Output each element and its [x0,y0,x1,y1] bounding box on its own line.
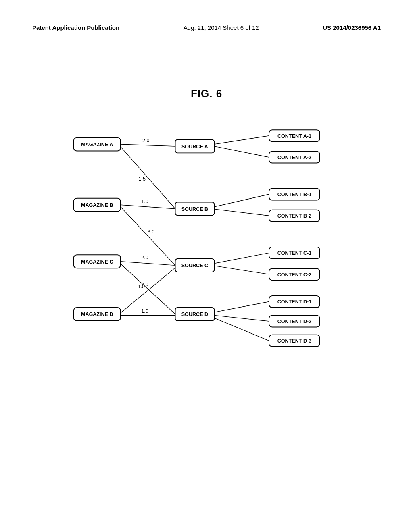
svg-text:CONTENT D-3: CONTENT D-3 [277,338,312,344]
fig-title: FIG. 6 [32,87,381,100]
svg-text:CONTENT B-1: CONTENT B-1 [277,192,312,197]
svg-text:MAGAZINE D: MAGAZINE D [81,312,113,317]
header: Patent Application Publication Aug. 21, … [32,24,381,31]
svg-text:1.0: 1.0 [138,284,145,289]
svg-line-42 [121,262,175,266]
header-center: Aug. 21, 2014 Sheet 6 of 12 [184,24,259,31]
svg-text:2.0: 2.0 [141,255,148,260]
svg-line-38 [121,205,175,209]
svg-text:MAGAZINE A: MAGAZINE A [81,142,113,148]
svg-text:CONTENT A-2: CONTENT A-2 [277,155,311,160]
svg-text:CONTENT D-2: CONTENT D-2 [277,319,312,324]
svg-text:CONTENT A-1: CONTENT A-1 [277,133,311,139]
svg-text:MAGAZINE C: MAGAZINE C [81,259,113,265]
svg-text:MAGAZINE B: MAGAZINE B [81,202,113,208]
svg-line-52 [214,194,269,207]
svg-line-50 [214,136,269,144]
svg-line-44 [121,264,175,314]
svg-line-57 [214,315,269,321]
svg-line-46 [121,268,175,313]
svg-text:SOURCE C: SOURCE C [181,263,208,268]
svg-text:SOURCE B: SOURCE B [181,206,208,212]
svg-line-34 [121,144,175,146]
svg-text:1.0: 1.0 [141,199,148,204]
svg-line-56 [214,301,269,312]
svg-line-51 [214,146,269,157]
svg-line-58 [214,318,269,341]
page: Patent Application Publication Aug. 21, … [0,0,413,532]
svg-line-53 [214,209,269,216]
svg-text:CONTENT B-2: CONTENT B-2 [277,213,312,219]
svg-text:SOURCE D: SOURCE D [181,312,208,317]
header-left: Patent Application Publication [32,24,119,31]
svg-text:CONTENT C-2: CONTENT C-2 [277,272,312,278]
diagram-svg: MAGAZINE A MAGAZINE B MAGAZINE C MAGAZIN… [65,120,348,370]
svg-text:1.5: 1.5 [138,176,146,182]
header-right: US 2014/0236956 A1 [323,24,381,31]
svg-text:SOURCE A: SOURCE A [181,144,208,150]
svg-line-54 [214,253,269,263]
diagram-container: MAGAZINE A MAGAZINE B MAGAZINE C MAGAZIN… [65,120,348,370]
svg-text:CONTENT C-1: CONTENT C-1 [277,250,312,256]
svg-text:1.0: 1.0 [141,308,148,314]
svg-line-55 [214,266,269,274]
svg-text:2.0: 2.0 [142,138,150,143]
svg-text:3.0: 3.0 [148,229,155,235]
svg-text:CONTENT D-1: CONTENT D-1 [277,299,312,305]
